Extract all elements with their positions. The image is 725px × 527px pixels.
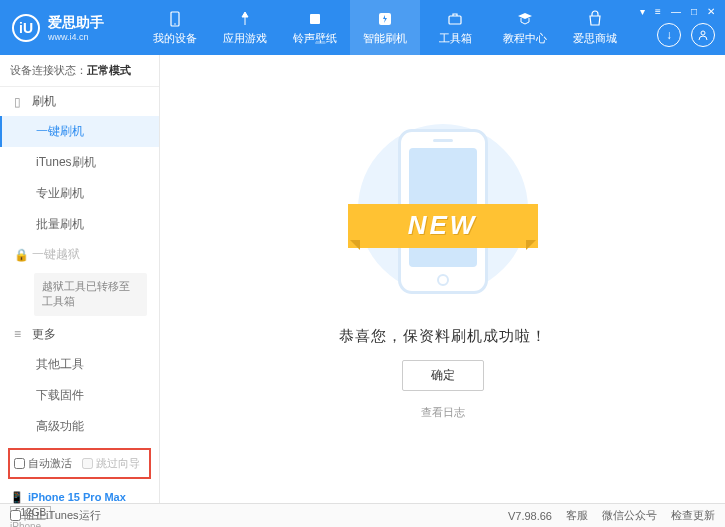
user-icon[interactable] (691, 23, 715, 47)
service-link[interactable]: 客服 (566, 508, 588, 523)
flash-section-icon: ▯ (14, 95, 26, 109)
sidebar-item-download-fw[interactable]: 下载固件 (0, 380, 159, 411)
sidebar-section-jailbreak: 🔒 一键越狱 (0, 240, 159, 269)
skip-setup-checkbox[interactable]: 跳过向导 (82, 456, 140, 471)
svg-point-5 (701, 31, 705, 35)
wechat-link[interactable]: 微信公众号 (602, 508, 657, 523)
sidebar-item-pro[interactable]: 专业刷机 (0, 178, 159, 209)
auto-activate-checkbox[interactable]: 自动激活 (14, 456, 72, 471)
sidebar-item-batch[interactable]: 批量刷机 (0, 209, 159, 240)
nav-ringtone[interactable]: 铃声壁纸 (280, 0, 350, 55)
sidebar-section-more[interactable]: ≡ 更多 (0, 320, 159, 349)
logo-area: iU 爱思助手 www.i4.cn (0, 14, 140, 42)
main-content: NEW 恭喜您，保资料刷机成功啦！ 确定 查看日志 (160, 55, 725, 503)
sidebar: 设备连接状态：正常模式 ▯ 刷机 一键刷机 iTunes刷机 专业刷机 批量刷机… (0, 55, 160, 503)
minimize-icon[interactable]: — (669, 4, 683, 19)
tutorial-icon (516, 10, 534, 28)
device-name[interactable]: 📱 iPhone 15 Pro Max (10, 491, 149, 504)
mall-icon (586, 10, 604, 28)
nav-flash[interactable]: 智能刷机 (350, 0, 420, 55)
close-icon[interactable]: ✕ (705, 4, 717, 19)
connection-status: 设备连接状态：正常模式 (0, 55, 159, 87)
version-label: V7.98.66 (508, 510, 552, 522)
device-icon (166, 10, 184, 28)
app-url: www.i4.cn (48, 32, 104, 42)
lock-icon: 🔒 (14, 248, 26, 262)
new-ribbon: NEW (348, 204, 538, 248)
nav-mall[interactable]: 爱思商城 (560, 0, 630, 55)
ok-button[interactable]: 确定 (402, 360, 484, 391)
maximize-icon[interactable]: □ (689, 4, 699, 19)
phone-icon: 📱 (10, 491, 24, 504)
block-itunes-checkbox[interactable]: 阻止iTunes运行 (10, 508, 101, 523)
sidebar-section-flash[interactable]: ▯ 刷机 (0, 87, 159, 116)
ringtone-icon (306, 10, 324, 28)
window-controls: ▾ ≡ — □ ✕ (638, 4, 717, 19)
main-nav: 我的设备 应用游戏 铃声壁纸 智能刷机 工具箱 教程中心 爱思商城 (140, 0, 630, 55)
view-log-link[interactable]: 查看日志 (421, 405, 465, 420)
more-icon: ≡ (14, 327, 26, 341)
update-link[interactable]: 检查更新 (671, 508, 715, 523)
nav-apps[interactable]: 应用游戏 (210, 0, 280, 55)
tools-icon (446, 10, 464, 28)
nav-tools[interactable]: 工具箱 (420, 0, 490, 55)
menu2-icon[interactable]: ≡ (653, 4, 663, 19)
success-message: 恭喜您，保资料刷机成功啦！ (339, 327, 547, 346)
app-title: 爱思助手 (48, 14, 104, 32)
jailbreak-note: 越狱工具已转移至工具箱 (34, 273, 147, 316)
svg-point-1 (174, 23, 176, 25)
sidebar-item-advanced[interactable]: 高级功能 (0, 411, 159, 442)
app-icon (236, 10, 254, 28)
nav-tutorial[interactable]: 教程中心 (490, 0, 560, 55)
phone-illustration: NEW (353, 119, 533, 309)
svg-rect-2 (310, 14, 320, 24)
activation-options: 自动激活 跳过向导 (8, 448, 151, 479)
flash-icon (376, 10, 394, 28)
logo-icon: iU (12, 14, 40, 42)
app-header: iU 爱思助手 www.i4.cn 我的设备 应用游戏 铃声壁纸 智能刷机 工具… (0, 0, 725, 55)
menu-icon[interactable]: ▾ (638, 4, 647, 19)
sidebar-item-itunes[interactable]: iTunes刷机 (0, 147, 159, 178)
sidebar-item-other-tools[interactable]: 其他工具 (0, 349, 159, 380)
download-icon[interactable]: ↓ (657, 23, 681, 47)
svg-rect-4 (449, 16, 461, 24)
nav-my-device[interactable]: 我的设备 (140, 0, 210, 55)
sidebar-item-onekey[interactable]: 一键刷机 (0, 116, 159, 147)
